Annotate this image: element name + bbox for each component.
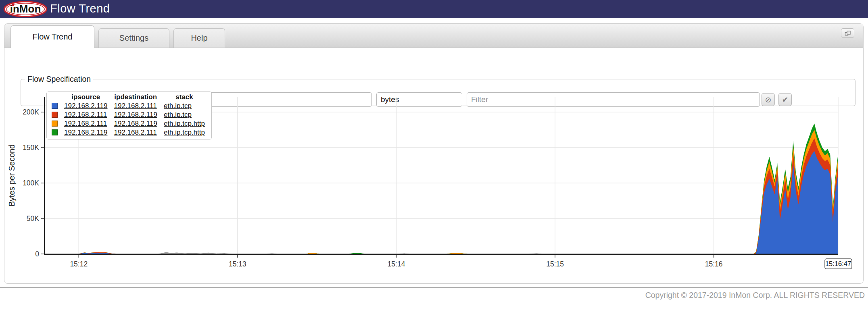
legend-link[interactable]: 192.168.2.119	[64, 129, 107, 136]
color-swatch	[52, 112, 58, 118]
legend-row: 192.168.2.119192.168.2.111eth.ip.tcp	[48, 102, 208, 110]
tab-bar: Flow Trend Settings Help	[4, 24, 863, 48]
legend-row: 192.168.2.111192.168.2.119eth.ip.tcp	[48, 110, 208, 119]
legend-link[interactable]: eth.ip.tcp.http	[164, 120, 205, 127]
chart-areas	[44, 123, 838, 254]
popout-icon	[845, 31, 851, 36]
area-series-0	[44, 151, 838, 254]
svg-text:50K: 50K	[27, 214, 39, 223]
svg-text:0: 0	[35, 250, 39, 258]
legend-table: ipsourceipdestinationstack192.168.2.1191…	[48, 93, 208, 137]
area-series-1	[44, 138, 838, 254]
legend-link[interactable]: eth.ip.tcp	[164, 102, 192, 110]
legend-link[interactable]: 192.168.2.111	[64, 111, 107, 119]
app-header: inMon Flow Trend	[0, 0, 868, 18]
inmon-logo: inMon	[3, 1, 48, 17]
inmon-logo-text: inMon	[10, 3, 41, 15]
y-axis-title: Bytes per Second	[7, 144, 16, 206]
color-swatch	[52, 103, 58, 109]
area-series-2	[44, 130, 838, 254]
svg-text:15:16:47: 15:16:47	[825, 260, 851, 267]
svg-text:15:13: 15:13	[229, 260, 246, 268]
popout-button[interactable]	[841, 28, 854, 38]
legend-row: 192.168.2.119192.168.2.111eth.ip.tcp.htt…	[48, 128, 208, 137]
chart-legend: ipsourceipdestinationstack192.168.2.1191…	[46, 92, 212, 139]
legend-header-swatch	[48, 93, 61, 102]
logo-i-dot	[12, 4, 14, 6]
legend-link[interactable]: 192.168.2.111	[114, 129, 156, 136]
legend-link[interactable]: 192.168.2.119	[114, 120, 157, 127]
flow-spec-legend: Flow Specification	[25, 75, 93, 84]
legend-link[interactable]: 192.168.2.111	[114, 102, 156, 110]
tab-help[interactable]: Help	[173, 28, 225, 48]
color-swatch	[52, 121, 58, 127]
copyright-text: Copyright © 2017-2019 InMon Corp. ALL RI…	[645, 291, 865, 300]
tab-flow-trend[interactable]: Flow Trend	[10, 25, 94, 48]
color-swatch	[52, 129, 58, 135]
svg-text:15:15: 15:15	[546, 260, 564, 268]
svg-text:15:12: 15:12	[70, 260, 88, 268]
legend-link[interactable]: 192.168.2.119	[64, 102, 107, 110]
footer-rule	[0, 287, 868, 288]
legend-link[interactable]: eth.ip.tcp.http	[164, 129, 205, 136]
area-series-other	[44, 252, 838, 254]
current-time-label: 15:16:47	[825, 259, 852, 269]
svg-text:150K: 150K	[23, 144, 39, 152]
legend-header-cell: ipsource	[61, 93, 111, 102]
legend-link[interactable]: eth.ip.tcp	[164, 111, 192, 119]
svg-text:15:16: 15:16	[705, 260, 723, 268]
legend-row: 192.168.2.111192.168.2.119eth.ip.tcp.htt…	[48, 119, 208, 128]
svg-text:15:14: 15:14	[388, 260, 405, 268]
page-title: Flow Trend	[50, 2, 110, 15]
legend-header-cell: ipdestination	[111, 93, 160, 102]
area-series-3	[44, 123, 838, 254]
legend-header-cell: stack	[161, 93, 208, 102]
tab-settings[interactable]: Settings	[98, 28, 169, 48]
svg-text:100K: 100K	[23, 179, 39, 187]
svg-text:200K: 200K	[23, 108, 39, 116]
legend-link[interactable]: 192.168.2.119	[114, 111, 157, 119]
legend-link[interactable]: 192.168.2.111	[64, 120, 107, 127]
